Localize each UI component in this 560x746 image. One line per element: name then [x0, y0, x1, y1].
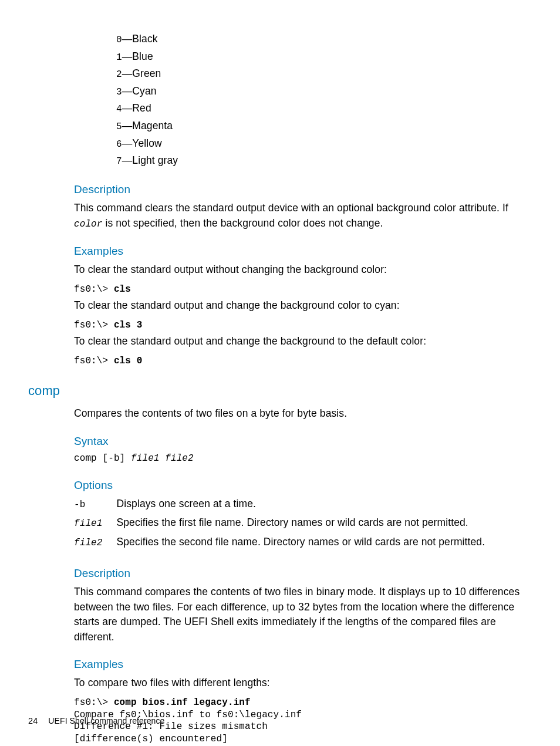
color-code: 4	[116, 104, 122, 114]
color-item: 0—Black	[116, 31, 528, 48]
color-code: 5	[116, 121, 122, 132]
color-code: 6	[116, 139, 122, 150]
comp-description-text: This command compares the contents of tw…	[74, 585, 528, 644]
color-code: 3	[116, 87, 122, 97]
color-item: 1—Blue	[116, 48, 528, 66]
color-code: 0	[116, 35, 122, 45]
color-name: Green	[132, 67, 161, 79]
color-code: 7	[116, 156, 122, 167]
color-dash: —	[122, 120, 133, 131]
cls-description-text: This command clears the standard output …	[74, 201, 528, 231]
comp-example1-label: To compare two files with different leng…	[74, 676, 528, 690]
comp-examples-heading: Examples	[74, 656, 528, 673]
color-item: 4—Red	[116, 100, 528, 117]
cls-example3-label: To clear the standard output and change …	[74, 334, 528, 349]
option-row: file1 Specifies the first file name. Dir…	[74, 515, 485, 534]
cls-examples-heading: Examples	[74, 243, 528, 259]
option-row: file2 Specifies the second file name. Di…	[74, 535, 485, 553]
option-desc: Displays one screen at a time.	[117, 497, 485, 515]
color-name: Light gray	[132, 154, 178, 166]
cls-description-heading: Description	[74, 181, 528, 198]
cls-color-list: 0—Black 1—Blue 2—Green 3—Cyan 4—Red 5—Ma…	[116, 31, 528, 170]
comp-options-table: -b Displays one screen at a time. file1 …	[74, 497, 485, 553]
color-item: 6—Yellow	[116, 135, 528, 153]
color-code: 1	[116, 52, 122, 63]
color-name: Cyan	[132, 85, 156, 97]
color-dash: —	[122, 102, 133, 114]
page-footer: 24 UEFI Shell command reference	[28, 715, 164, 727]
cls-example2-code: fs0:\> cls 3	[74, 319, 528, 332]
color-item: 3—Cyan	[116, 83, 528, 100]
option-term: -b	[74, 499, 85, 510]
color-dash: —	[122, 154, 133, 166]
color-code: 2	[116, 69, 122, 80]
cls-example1-code: fs0:\> cls	[74, 283, 528, 296]
cls-example2-label: To clear the standard output and change …	[74, 298, 528, 313]
comp-syntax-line: comp [-b] file1 file2	[74, 453, 528, 465]
cls-example3-code: fs0:\> cls 0	[74, 355, 528, 368]
color-item: 7—Light gray	[116, 152, 528, 170]
option-desc: Specifies the first file name. Directory…	[117, 515, 485, 534]
color-dash: —	[122, 85, 133, 97]
option-term: file1	[74, 518, 103, 529]
page-number: 24	[28, 716, 38, 725]
color-dash: —	[122, 137, 133, 149]
comp-options-heading: Options	[74, 477, 528, 494]
comp-syntax-heading: Syntax	[74, 433, 528, 450]
footer-title: UEFI Shell command reference	[48, 716, 164, 725]
comp-summary: Compares the contents of two files on a …	[74, 406, 528, 421]
color-item: 2—Green	[116, 65, 528, 83]
color-name: Black	[132, 33, 157, 45]
option-term: file2	[74, 538, 103, 548]
option-desc: Specifies the second file name. Director…	[117, 535, 485, 553]
color-name: Blue	[132, 50, 153, 62]
color-name: Magenta	[132, 120, 173, 131]
color-dash: —	[122, 50, 133, 62]
color-name: Red	[132, 102, 151, 114]
color-name: Yellow	[132, 137, 162, 149]
comp-description-heading: Description	[74, 565, 528, 582]
color-item: 5—Magenta	[116, 117, 528, 135]
color-dash: —	[122, 33, 133, 45]
option-row: -b Displays one screen at a time.	[74, 497, 485, 515]
comp-heading: comp	[28, 382, 528, 400]
color-dash: —	[122, 67, 133, 79]
cls-example1-label: To clear the standard output without cha…	[74, 262, 528, 277]
